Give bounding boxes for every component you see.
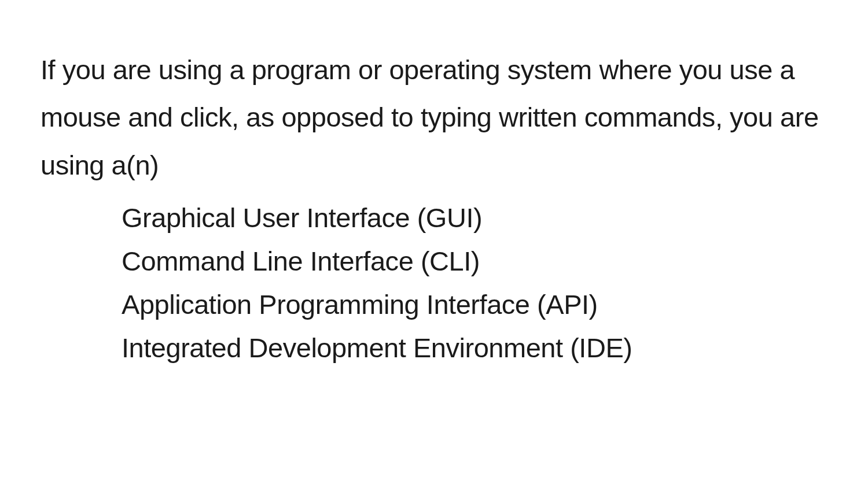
answer-option[interactable]: Command Line Interface (CLI) [122,239,827,283]
answer-option[interactable]: Graphical User Interface (GUI) [122,196,827,239]
question-prompt: If you are using a program or operating … [41,46,827,189]
answer-options-list: Graphical User Interface (GUI) Command L… [41,196,827,370]
answer-option[interactable]: Application Programming Interface (API) [122,283,827,326]
answer-option[interactable]: Integrated Development Environment (IDE) [122,326,827,369]
